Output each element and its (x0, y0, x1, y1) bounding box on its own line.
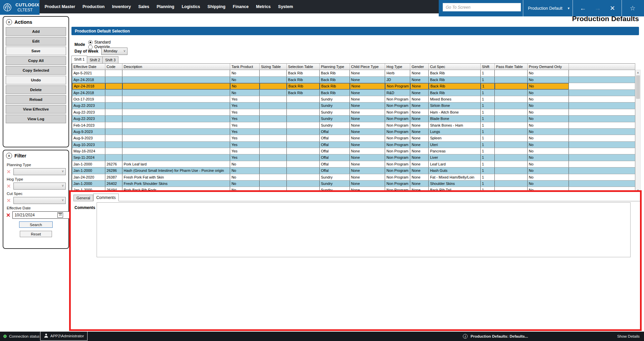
delete-button[interactable]: Delete (6, 85, 66, 94)
cell-code[interactable] (105, 135, 122, 141)
cell-description[interactable] (122, 109, 230, 115)
clear-planning-type-icon[interactable]: ✕ (6, 169, 11, 175)
cell-selection-table[interactable] (287, 129, 320, 135)
cell-shift[interactable]: 1 (481, 129, 495, 135)
cell-gender[interactable]: None (410, 174, 429, 180)
cell-code[interactable] (105, 142, 122, 148)
effective-date-input[interactable] (12, 211, 74, 219)
cell-description[interactable] (122, 122, 230, 128)
table-row[interactable]: Apr-24-2018NoBack RibBack RibNoneR&DNone… (72, 90, 635, 96)
cell-tank-product[interactable]: Yes (230, 148, 260, 154)
cell-planning-type[interactable]: Offal (320, 142, 350, 148)
cell-cut-spec[interactable]: Back Rib (429, 77, 481, 83)
cell-shift[interactable]: 1 (481, 122, 495, 128)
cell-cut-spec[interactable]: Shank Bones - Ham (429, 122, 481, 128)
cell-child-piece-type[interactable]: None (350, 167, 385, 174)
back-button[interactable]: ← (576, 0, 590, 16)
cell-sizing-table[interactable] (260, 90, 287, 96)
cell-planning-type[interactable]: Offal (320, 161, 350, 167)
cell-sizing-table[interactable] (260, 96, 287, 102)
radio-standard-selected[interactable] (88, 40, 93, 45)
cell-child-piece-type[interactable]: None (350, 109, 385, 115)
cell-proxy-demand-only[interactable]: No (528, 148, 569, 154)
cell-proxy-demand-only[interactable]: No (528, 167, 569, 174)
cell-selection-table[interactable] (287, 148, 320, 154)
cell-cut-spec[interactable]: Fat - Mixed Ham/Belly/Loin (429, 174, 481, 180)
cell-child-piece-type[interactable]: None (350, 181, 385, 187)
cell-child-piece-type[interactable]: None (350, 70, 385, 76)
cell-sizing-table[interactable] (260, 83, 287, 89)
cell-effective-date[interactable]: Feb-14-2023 (72, 122, 105, 128)
cell-pass-rate-table[interactable] (495, 148, 528, 154)
tab-general[interactable]: General (73, 195, 93, 201)
cell-gender[interactable]: None (410, 83, 429, 89)
cell-proxy-demand-only[interactable]: No (528, 83, 569, 89)
cell-effective-date[interactable]: Jan-1-2000 (72, 167, 105, 174)
table-row[interactable]: May-16-2024YesOffalNoneNon ProgramNonePa… (72, 148, 635, 154)
cell-tank-product[interactable]: No (230, 161, 260, 167)
mode-option-standard[interactable]: Standard (88, 40, 111, 45)
cell-cut-spec[interactable]: Liver (429, 154, 481, 160)
cell-shift[interactable]: 1 (481, 135, 495, 141)
cell-planning-type[interactable]: Offal (320, 154, 350, 160)
cell-child-piece-type[interactable]: None (350, 122, 385, 128)
cell-pass-rate-table[interactable] (495, 83, 528, 89)
cell-selection-table[interactable] (287, 96, 320, 102)
cell-code[interactable] (105, 77, 122, 83)
view-log-button[interactable]: View Log (6, 115, 66, 123)
cell-selection-table[interactable]: Back Rib (287, 90, 320, 96)
cell-planning-type[interactable]: Sundry (320, 96, 350, 102)
cell-shift[interactable]: 1 (481, 174, 495, 180)
cell-shift[interactable]: 1 (481, 70, 495, 76)
clear-effective-date-icon[interactable]: ✕ (6, 212, 10, 218)
cell-proxy-demand-only[interactable]: No (528, 77, 569, 83)
grid-vertical-scrollbar[interactable]: ▲ ▼ (635, 70, 641, 193)
cell-sizing-table[interactable] (260, 154, 287, 160)
cell-description[interactable] (122, 96, 230, 102)
cell-description[interactable] (122, 154, 230, 160)
cell-shift[interactable]: 1 (481, 142, 495, 148)
edit-button[interactable]: Edit (6, 37, 66, 46)
cell-pass-rate-table[interactable] (495, 167, 528, 174)
scroll-up-icon[interactable]: ▲ (636, 70, 640, 75)
tab-comments[interactable]: Comments (93, 194, 119, 201)
cell-tank-product[interactable]: No (230, 167, 260, 174)
cell-child-piece-type[interactable]: None (350, 154, 385, 160)
cell-proxy-demand-only[interactable]: No (528, 90, 569, 96)
cell-gender[interactable]: None (410, 142, 429, 148)
table-row[interactable]: Jan-1-200026402Fresh Pork Shoulder Skins… (72, 181, 635, 187)
menu-production[interactable]: Production (79, 0, 108, 13)
reset-button[interactable]: Reset (20, 231, 52, 237)
cell-effective-date[interactable]: May-16-2024 (72, 148, 105, 154)
cell-effective-date[interactable]: Apr-5-2021 (72, 70, 105, 76)
cell-cut-spec[interactable]: Blade Bone (429, 116, 481, 122)
cell-code[interactable] (105, 83, 122, 89)
cell-description[interactable] (122, 90, 230, 96)
cell-proxy-demand-only[interactable]: No (528, 109, 569, 115)
cell-shift[interactable]: 1 (481, 103, 495, 109)
cell-child-piece-type[interactable]: None (350, 142, 385, 148)
cell-shift[interactable]: 1 (481, 77, 495, 83)
cell-planning-type[interactable]: Back Rib (320, 70, 350, 76)
logged-in-user[interactable]: APP2\Administrator (40, 332, 88, 341)
cell-gender[interactable]: None (410, 161, 429, 167)
cell-pass-rate-table[interactable] (495, 154, 528, 160)
cell-child-piece-type[interactable]: None (350, 135, 385, 141)
cell-sizing-table[interactable] (260, 135, 287, 141)
cell-hog-type[interactable]: JD (385, 77, 410, 83)
cell-hog-type[interactable]: Non Program (385, 116, 410, 122)
cell-pass-rate-table[interactable] (495, 109, 528, 115)
cell-shift[interactable]: 1 (481, 96, 495, 102)
cell-code[interactable] (105, 148, 122, 154)
cell-sizing-table[interactable] (260, 142, 287, 148)
cell-code[interactable] (105, 70, 122, 76)
cell-planning-type[interactable]: Back Rib (320, 83, 350, 89)
cell-hog-type[interactable]: Non Program (385, 129, 410, 135)
cell-gender[interactable]: None (410, 167, 429, 174)
cell-shift[interactable]: 1 (481, 116, 495, 122)
table-row[interactable]: Aug-10-2023YesOffalNoneNon ProgramNoneUt… (72, 142, 635, 148)
cell-effective-date[interactable]: Aug-22-2023 (72, 116, 105, 122)
cell-child-piece-type[interactable]: None (350, 83, 385, 89)
column-header-proxy-demand-only[interactable]: Proxy Demand Only (528, 64, 569, 70)
cell-pass-rate-table[interactable] (495, 129, 528, 135)
